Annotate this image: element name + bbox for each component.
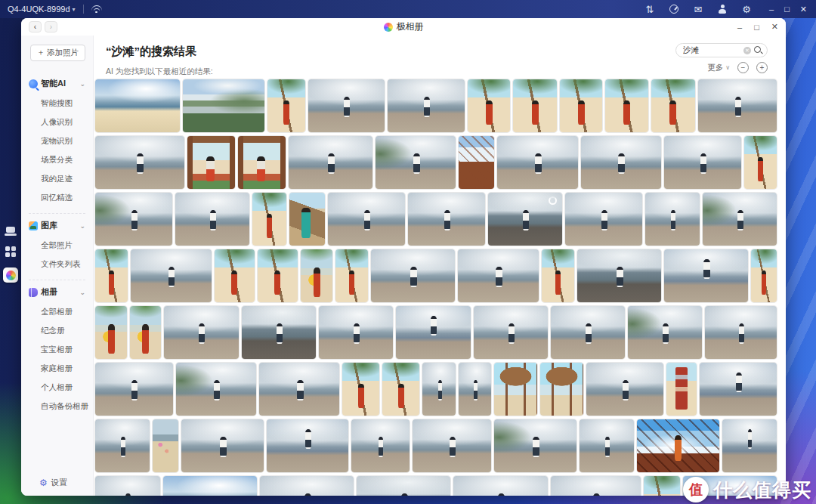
photo-thumbnail-palmred[interactable] [744, 136, 777, 189]
photo-thumbnail-dancehill[interactable] [628, 306, 702, 359]
photo-thumbnail-dance[interactable] [705, 306, 777, 359]
search-input[interactable] [683, 46, 740, 55]
photo-thumbnail-dance[interactable] [581, 136, 661, 189]
photo-thumbnail-dance[interactable] [474, 306, 548, 359]
photo-thumbnail-palmred[interactable] [215, 249, 255, 302]
window-close-button[interactable]: ✕ [771, 22, 778, 32]
sidebar-section-gallery[interactable]: 图库⌄ [29, 220, 87, 231]
photo-thumbnail-dance[interactable] [586, 363, 664, 416]
wifi-icon[interactable] [91, 5, 102, 13]
photo-thumbnail-pavilion[interactable] [238, 136, 286, 189]
photo-thumbnail-palmred[interactable] [252, 193, 286, 246]
photo-thumbnail-jump[interactable] [267, 419, 349, 472]
photo-thumbnail-dancedark[interactable] [577, 249, 661, 302]
photo-thumbnail-selfie[interactable] [301, 249, 333, 302]
photo-thumbnail-gazebo[interactable] [540, 363, 583, 416]
system-close-button[interactable]: ✕ [800, 5, 807, 14]
photo-thumbnail-palmred[interactable] [382, 363, 419, 416]
photo-thumbnail-jump[interactable] [722, 419, 777, 472]
photo-thumbnail-railing[interactable] [459, 136, 494, 189]
zoom-out-button[interactable]: − [737, 62, 749, 73]
zoom-in-button[interactable]: + [756, 62, 768, 73]
more-button[interactable]: 更多 ∨ [707, 63, 730, 73]
photo-thumbnail-dancedark[interactable] [242, 306, 316, 359]
photo-thumbnail-dance[interactable] [308, 79, 385, 132]
photo-thumbnail-palmred[interactable] [605, 79, 648, 132]
mail-icon[interactable]: ✉ [692, 3, 704, 15]
photo-thumbnail-dance[interactable] [408, 193, 485, 246]
system-maximize-button[interactable]: □ [784, 5, 790, 14]
window-minimize-button[interactable]: – [737, 23, 742, 32]
photo-thumbnail-dance[interactable] [95, 476, 160, 496]
add-photos-button[interactable]: ＋ 添加照片 [30, 45, 85, 61]
photo-thumbnail-family[interactable] [153, 419, 178, 472]
search-icon[interactable] [754, 46, 762, 54]
photo-thumbnail-dance[interactable] [459, 363, 491, 416]
photo-album-app-icon[interactable] [3, 267, 18, 283]
photo-thumbnail-dance[interactable] [388, 79, 465, 132]
photo-thumbnail-dance[interactable] [698, 79, 777, 132]
photo-thumbnail-tower[interactable] [666, 363, 696, 416]
sidebar-section-ai[interactable]: 智能AI⌄ [29, 78, 87, 89]
photo-thumbnail-dance[interactable] [95, 136, 184, 189]
photo-thumbnail-palmred[interactable] [651, 79, 695, 132]
photo-thumbnail-palmred[interactable] [644, 476, 680, 496]
gauge-icon[interactable] [668, 3, 680, 15]
photo-thumbnail-dance[interactable] [328, 193, 405, 246]
photo-thumbnail-selfie[interactable] [130, 306, 162, 359]
clear-search-icon[interactable]: ✕ [743, 47, 751, 54]
sidebar-item-auto-backup-album[interactable]: 自动备份相册 [29, 397, 87, 416]
sidebar-item-settings[interactable]: ⚙ 设置 [29, 472, 87, 491]
photo-thumbnail-jump[interactable] [700, 363, 777, 416]
photo-thumbnail-dance[interactable] [95, 363, 173, 416]
photo-thumbnail-dance[interactable] [664, 136, 741, 189]
photo-thumbnail-dancehill[interactable] [376, 136, 456, 189]
sidebar-item-face-recognition[interactable]: 人像识别 [29, 113, 87, 131]
photo-thumbnail-beach[interactable] [95, 79, 180, 132]
photo-thumbnail-dance[interactable] [453, 476, 547, 496]
photo-thumbnail-dance[interactable] [351, 419, 409, 472]
sidebar-item-all-albums[interactable]: 全部相册 [29, 302, 87, 321]
photo-thumbnail-railingred[interactable] [637, 419, 719, 472]
sidebar-item-family-album[interactable]: 家庭相册 [29, 359, 87, 378]
photo-thumbnail-dance[interactable] [551, 476, 641, 496]
photo-thumbnail-dance[interactable] [319, 306, 393, 359]
photo-thumbnail-palmred[interactable] [95, 249, 128, 302]
sidebar-item-memorial-album[interactable]: 纪念册 [29, 321, 87, 340]
photo-thumbnail-dance[interactable] [422, 363, 455, 416]
sidebar-item-all-photos[interactable]: 全部照片 [29, 236, 87, 255]
photo-thumbnail-dancehill[interactable] [176, 363, 256, 416]
photo-thumbnail-dance[interactable] [95, 419, 150, 472]
photo-thumbnail-dancedark[interactable] [488, 193, 562, 246]
photo-thumbnail-gazebo[interactable] [494, 363, 537, 416]
transfer-icon[interactable]: ⇅ [644, 3, 656, 15]
sidebar-item-my-footprints[interactable]: 我的足迹 [29, 169, 87, 188]
photo-thumbnail-dance[interactable] [181, 419, 264, 472]
photo-thumbnail-cove[interactable] [183, 79, 264, 132]
sidebar-item-smart-image-search[interactable]: 智能搜图 [29, 94, 87, 113]
sidebar-section-album[interactable]: 相册⌄ [29, 286, 87, 298]
photo-thumbnail-palmred[interactable] [560, 79, 602, 132]
photo-thumbnail-dance[interactable] [175, 193, 249, 246]
sidebar-item-folder-list[interactable]: 文件夹列表 [29, 255, 87, 274]
photo-thumbnail-dancehill[interactable] [494, 419, 576, 472]
photo-thumbnail-dance[interactable] [259, 363, 339, 416]
photo-thumbnail-jump[interactable] [396, 306, 470, 359]
photo-thumbnail-jump[interactable] [664, 249, 748, 302]
photo-thumbnail-dance[interactable] [580, 419, 634, 472]
user-icon[interactable] [716, 3, 728, 15]
gear-icon[interactable]: ⚙ [740, 3, 753, 15]
apps-grid-icon[interactable] [5, 246, 16, 257]
nav-forward-button[interactable]: › [45, 21, 57, 32]
photo-thumbnail-dance[interactable] [551, 306, 625, 359]
photo-thumbnail-palmred[interactable] [468, 79, 510, 132]
photo-thumbnail-dance[interactable] [565, 193, 642, 246]
photo-thumbnail-dance[interactable] [164, 306, 238, 359]
photo-thumbnail-dance[interactable] [289, 136, 373, 189]
photo-thumbnail-dance[interactable] [131, 249, 212, 302]
sidebar-item-memory-highlights[interactable]: 回忆精选 [29, 188, 87, 207]
photo-thumbnail-dance[interactable] [497, 136, 577, 189]
sidebar-item-pet-recognition[interactable]: 宠物识别 [29, 131, 87, 150]
photo-thumbnail-dancedark[interactable] [357, 476, 450, 496]
photo-thumbnail-dance[interactable] [371, 249, 455, 302]
